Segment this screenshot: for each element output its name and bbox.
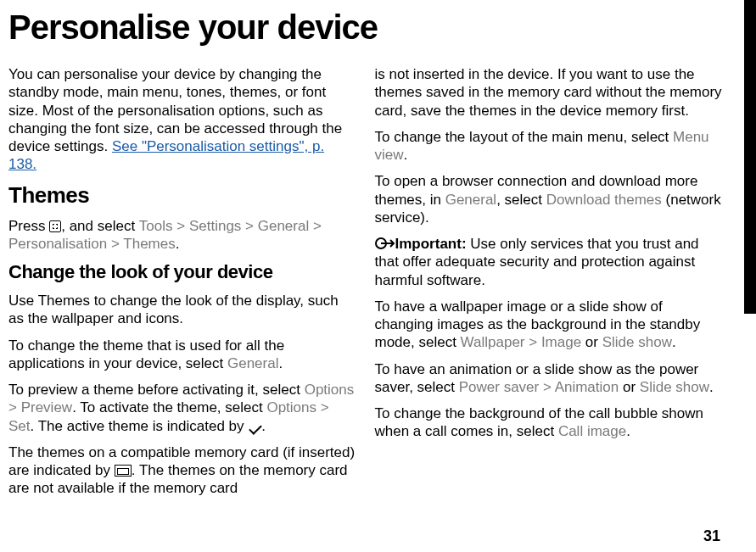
intro-paragraph: You can personalise your device by chang… [8, 65, 356, 174]
wallpaper-label: Wallpaper [461, 334, 525, 350]
content-columns: You can personalise your device by chang… [8, 65, 722, 523]
slide-show-label-2: Slide show [640, 379, 709, 395]
change-p9: To change the background of the call bub… [375, 404, 723, 441]
page: Personalise your device Personalise your… [0, 0, 756, 552]
options-label-2: Options [266, 399, 316, 415]
path-personalisation: Personalisation [8, 236, 107, 252]
image-label: Image [541, 334, 581, 350]
change-look-heading: Change the look of your device [8, 261, 356, 283]
side-tab: Personalise your device [731, 0, 756, 552]
check-icon [248, 420, 261, 433]
themes-path: Press , and select Tools > Settings > Ge… [8, 217, 356, 254]
path-tools: Tools [139, 218, 173, 234]
animation-label: Animation [555, 379, 619, 395]
change-p6: To open a browser connection and downloa… [375, 172, 723, 226]
slide-show-label: Slide show [602, 334, 672, 350]
set-label: Set [8, 418, 31, 434]
change-p7: To have a wallpaper image or a slide sho… [375, 298, 723, 352]
general-label: General [227, 355, 278, 371]
change-p5: To change the layout of the main menu, s… [375, 128, 723, 164]
menu-key-icon [49, 220, 61, 232]
change-p4a: The themes on a compatible memory card (… [8, 443, 356, 498]
change-p4c: is not inserted in the device. If you wa… [375, 65, 723, 120]
important-icon [375, 236, 395, 251]
change-p1: Use Themes to change the look of the dis… [8, 292, 356, 328]
options-label: Options [305, 382, 355, 398]
power-saver-label: Power saver [459, 379, 539, 395]
path-settings: Settings [189, 218, 241, 234]
change-p3: To preview a theme before activating it,… [8, 381, 356, 435]
side-tab-bar [744, 0, 756, 314]
page-number: 31 [703, 527, 720, 545]
general-label-2: General [445, 192, 496, 208]
important-label: Important: [395, 236, 471, 252]
change-p2: To change the theme that is used for all… [8, 337, 356, 373]
memory-card-icon [115, 465, 132, 477]
change-p8: To have an animation or a slide show as … [375, 360, 723, 397]
preview-label: Preview [21, 399, 72, 415]
page-title: Personalise your device [8, 8, 722, 47]
path-themes: Themes [123, 236, 175, 252]
path-general: General [258, 218, 309, 234]
download-themes-label: Download themes [546, 192, 662, 208]
themes-heading: Themes [8, 182, 356, 209]
important-note: Important: Use only services that you tr… [375, 235, 723, 289]
call-image-label: Call image [558, 423, 626, 439]
